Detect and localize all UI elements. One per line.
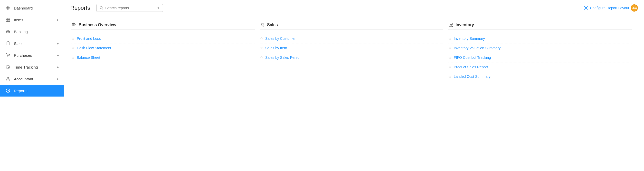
chevron-right-icon: ▶ <box>57 77 59 81</box>
svg-rect-1 <box>8 6 10 8</box>
sidebar-item-dashboard[interactable]: Dashboard <box>0 2 64 14</box>
dropdown-arrow-icon: ▼ <box>157 6 160 10</box>
reports-icon <box>5 88 11 93</box>
sidebar-item-reports[interactable]: Reports <box>0 85 64 97</box>
svg-rect-6 <box>6 20 8 22</box>
star-icon[interactable]: ☆ <box>71 46 75 50</box>
section-title-inventory: Inventory <box>456 23 474 27</box>
star-icon[interactable]: ☆ <box>448 65 452 69</box>
sidebar-item-banking[interactable]: Banking <box>0 26 64 37</box>
sidebar: Dashboard Items ▶ Banking <box>0 0 64 171</box>
star-icon[interactable]: ☆ <box>260 55 263 60</box>
svg-rect-18 <box>74 24 74 25</box>
page-title: Reports <box>70 5 90 11</box>
report-link-landed-cost[interactable]: Landed Cost Summary <box>454 74 490 79</box>
configure-report-layout-button[interactable]: Configure Report Layout NEW <box>584 4 638 12</box>
inventory-icon <box>448 22 453 27</box>
report-link-sales-person[interactable]: Sales by Sales Person <box>265 55 301 60</box>
svg-rect-4 <box>6 18 8 20</box>
report-item-inventory-valuation: ☆ Inventory Valuation Summary <box>448 43 632 53</box>
header: Reports ▼ Configure Report Layout NEW <box>64 0 644 16</box>
new-badge: NEW <box>631 4 638 12</box>
svg-point-10 <box>9 56 9 57</box>
dashboard-icon <box>5 5 11 11</box>
chevron-right-icon: ▶ <box>57 42 59 45</box>
svg-point-12 <box>7 77 9 79</box>
sidebar-label-sales: Sales <box>14 41 57 46</box>
report-item-landed-cost: ☆ Landed Cost Summary <box>448 72 632 81</box>
search-input[interactable] <box>105 6 155 10</box>
items-icon <box>5 17 11 23</box>
star-icon[interactable]: ☆ <box>448 74 452 79</box>
star-icon[interactable]: ☆ <box>448 55 452 60</box>
sidebar-item-accountant[interactable]: Accountant ▶ <box>0 73 64 85</box>
section-title-sales: Sales <box>267 23 278 27</box>
svg-point-9 <box>7 56 8 57</box>
report-link-inventory-valuation[interactable]: Inventory Valuation Summary <box>454 46 501 50</box>
star-icon[interactable]: ☆ <box>260 36 263 41</box>
svg-rect-20 <box>74 25 74 26</box>
banking-icon <box>5 29 11 34</box>
sidebar-label-reports: Reports <box>14 89 59 93</box>
main-content: Reports ▼ Configure Report Layout NEW <box>64 0 644 171</box>
search-icon <box>100 6 103 10</box>
svg-rect-2 <box>6 8 8 10</box>
star-icon[interactable]: ☆ <box>260 46 263 50</box>
svg-point-15 <box>585 7 587 9</box>
report-item-product-sales: ☆ Product Sales Report <box>448 62 632 72</box>
chevron-right-icon: ▶ <box>57 18 59 22</box>
svg-rect-3 <box>8 8 10 10</box>
sidebar-label-items: Items <box>14 18 57 22</box>
star-icon[interactable]: ☆ <box>448 36 452 41</box>
section-title-business-overview: Business Overview <box>79 23 116 27</box>
star-icon[interactable]: ☆ <box>71 36 75 41</box>
section-header-inventory: Inventory <box>448 22 632 30</box>
section-sales: Sales ☆ Sales by Customer ☆ Sales by Ite… <box>260 22 448 165</box>
report-item-balance-sheet: ☆ Balance Sheet <box>71 53 255 62</box>
sidebar-item-sales[interactable]: Sales ▶ <box>0 37 64 49</box>
sidebar-label-time-tracking: Time Tracking <box>14 65 57 69</box>
svg-rect-0 <box>6 6 8 8</box>
report-link-profit-loss[interactable]: Profit and Loss <box>77 36 101 41</box>
report-item-sales-person: ☆ Sales by Sales Person <box>260 53 443 62</box>
report-link-balance-sheet[interactable]: Balance Sheet <box>77 55 100 60</box>
report-item-cash-flow: ☆ Cash Flow Statement <box>71 43 255 53</box>
gear-icon <box>584 6 588 10</box>
search-box[interactable]: ▼ <box>96 4 163 12</box>
report-link-sales-item[interactable]: Sales by Item <box>265 46 287 50</box>
svg-rect-7 <box>8 20 10 22</box>
section-inventory: Inventory ☆ Inventory Summary ☆ Inventor… <box>448 22 637 165</box>
building-icon <box>71 22 77 27</box>
report-link-fifo-cost[interactable]: FIFO Cost Lot Tracking <box>454 55 491 60</box>
svg-point-23 <box>263 26 264 27</box>
report-link-product-sales[interactable]: Product Sales Report <box>454 65 488 69</box>
svg-rect-19 <box>73 25 73 26</box>
time-tracking-icon <box>5 64 11 70</box>
report-item-profit-loss: ☆ Profit and Loss <box>71 34 255 43</box>
configure-label: Configure Report Layout <box>590 6 629 10</box>
report-item-sales-customer: ☆ Sales by Customer <box>260 34 443 43</box>
report-item-inventory-summary: ☆ Inventory Summary <box>448 34 632 43</box>
report-link-cash-flow[interactable]: Cash Flow Statement <box>77 46 111 50</box>
report-item-fifo-cost: ☆ FIFO Cost Lot Tracking <box>448 53 632 62</box>
svg-rect-8 <box>6 42 10 45</box>
chevron-right-icon: ▶ <box>57 54 59 57</box>
star-icon[interactable]: ☆ <box>71 55 75 60</box>
section-header-business-overview: Business Overview <box>71 22 255 30</box>
sidebar-label-banking: Banking <box>14 30 59 34</box>
sidebar-label-dashboard: Dashboard <box>14 6 59 10</box>
star-icon[interactable]: ☆ <box>448 46 452 50</box>
report-sections: Business Overview ☆ Profit and Loss ☆ Ca… <box>64 16 644 171</box>
svg-rect-5 <box>8 18 10 20</box>
cart-icon <box>260 22 265 27</box>
sidebar-item-items[interactable]: Items ▶ <box>0 14 64 26</box>
sidebar-label-accountant: Accountant <box>14 77 57 81</box>
svg-point-22 <box>262 26 262 27</box>
report-link-sales-customer[interactable]: Sales by Customer <box>265 36 296 41</box>
purchases-icon <box>5 52 11 58</box>
report-link-inventory-summary[interactable]: Inventory Summary <box>454 36 485 41</box>
chevron-right-icon: ▶ <box>57 65 59 69</box>
sidebar-item-purchases[interactable]: Purchases ▶ <box>0 49 64 61</box>
svg-rect-17 <box>73 24 73 25</box>
sidebar-item-time-tracking[interactable]: Time Tracking ▶ <box>0 61 64 73</box>
